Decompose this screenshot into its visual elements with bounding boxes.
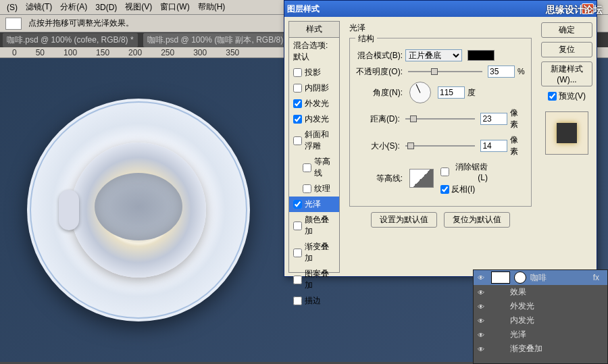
effect-row[interactable]: 效果 [474,285,607,299]
tool-preset-icon[interactable] [5,18,22,30]
style-texture[interactable]: 纹理 [289,181,339,197]
styles-list: 样式 混合选项:默认 投影 内阴影 外发光 内发光 斜面和浮雕 等高线 纹理 光… [288,21,340,273]
style-gradient-overlay[interactable]: 渐变叠加 [289,239,339,266]
menu-item[interactable]: 视图(V) [121,1,156,13]
checkbox[interactable] [293,68,302,77]
opacity-slider[interactable] [408,67,482,76]
artwork-cup [71,142,206,278]
panel-title: 光泽 [349,22,532,34]
menu-item[interactable]: (S) [3,3,22,12]
reset-default-button[interactable]: 复位为默认值 [444,212,510,228]
layer-mask-icon[interactable] [514,271,526,284]
blend-mode-label: 混合模式(B): [355,50,403,61]
style-stroke[interactable]: 描边 [289,293,339,309]
size-label: 大小(S): [355,140,400,152]
visibility-icon[interactable] [478,344,487,354]
style-settings: 光泽 结构 混合模式(B): 正片叠底 不透明度(O): % 角度(N): [344,17,537,277]
visibility-icon[interactable] [478,273,487,282]
contour-picker[interactable] [409,169,434,188]
layer-style-dialog: 图层样式 × 样式 混合选项:默认 投影 内阴影 外发光 内发光 斜面和浮雕 等… [284,0,597,277]
style-contour[interactable]: 等高线 [289,154,339,181]
checkbox[interactable] [303,163,311,172]
angle-input[interactable] [438,86,465,99]
layer-thumb[interactable] [491,271,510,284]
options-hint: 点按并拖移可调整光泽效果。 [28,18,134,29]
unit: 像素 [510,134,526,157]
style-blending-options[interactable]: 混合选项:默认 [289,38,339,65]
unit: 像素 [510,107,526,130]
opacity-input[interactable] [488,66,515,78]
checkbox[interactable] [293,249,302,257]
checkbox[interactable] [293,136,302,145]
menu-item[interactable]: 窗口(W) [156,1,193,13]
style-drop-shadow[interactable]: 投影 [289,65,339,80]
unit: 度 [467,87,476,99]
checkbox[interactable] [293,99,302,108]
artwork-handle [59,190,79,230]
layer-name[interactable]: 咖啡 [530,272,547,284]
artwork-saucer [27,99,250,321]
layers-panel: 咖啡 fx 效果 外发光 内发光 光泽 渐变叠加 [473,269,608,364]
structure-group: 结构 混合模式(B): 正片叠底 不透明度(O): % 角度(N): 度 [349,38,532,207]
new-style-button[interactable]: 新建样式(W)... [541,61,592,86]
make-default-button[interactable]: 设置为默认值 [371,212,437,228]
dialog-title: 图层样式 [287,3,320,15]
angle-dial[interactable] [409,82,431,103]
styles-header[interactable]: 样式 [289,22,339,38]
menu-item[interactable]: 帮助(H) [194,1,230,13]
visibility-icon[interactable] [478,288,487,297]
checkbox[interactable] [293,115,302,124]
visibility-icon[interactable] [478,316,487,326]
distance-slider[interactable] [405,114,476,124]
dialog-right-column: 确定 复位 新建样式(W)... 预览(V) [537,17,597,277]
cancel-button[interactable]: 复位 [541,42,592,57]
style-inner-shadow[interactable]: 内阴影 [289,80,339,96]
blend-mode-select[interactable]: 正片叠底 [405,49,462,61]
checkbox[interactable] [293,296,302,305]
antialias-checkbox[interactable]: 消除锯齿(L) [440,161,488,182]
document-tab[interactable]: 咖啡.psd @ 100% (cofee, RGB/8) * [3,33,138,47]
style-color-overlay[interactable]: 颜色叠加 [289,212,339,239]
size-slider[interactable] [405,141,476,151]
distance-label: 距离(D): [355,113,400,125]
checkbox[interactable] [293,84,302,93]
size-input[interactable] [480,140,507,152]
opacity-label: 不透明度(O): [355,66,403,78]
angle-label: 角度(N): [355,87,403,99]
checkbox[interactable] [293,200,302,209]
style-bevel[interactable]: 斜面和浮雕 [289,127,339,154]
contour-label: 等高线: [355,173,403,184]
menu-item[interactable]: 滤镜(T) [22,1,56,13]
unit: % [517,67,525,76]
preview-swatch [545,111,588,155]
effect-row[interactable]: 渐变叠加 [474,342,607,356]
visibility-icon[interactable] [478,302,487,311]
effect-row[interactable]: 光泽 [474,328,607,342]
fx-badge[interactable]: fx [593,273,599,282]
style-outer-glow[interactable]: 外发光 [289,96,339,111]
ok-button[interactable]: 确定 [541,22,592,38]
effect-row[interactable]: 内发光 [474,313,607,328]
distance-input[interactable] [480,113,507,125]
invert-checkbox[interactable]: 反相(I) [440,184,488,195]
style-satin[interactable]: 光泽 [289,197,339,212]
document-tab[interactable]: 咖啡.psd @ 100% (咖啡 副本, RGB/8) * [143,33,293,47]
checkbox[interactable] [293,276,302,284]
style-inner-glow[interactable]: 内发光 [289,111,339,127]
preview-checkbox[interactable]: 预览(V) [548,90,586,102]
menu-item[interactable]: 分析(A) [56,1,91,13]
effect-row[interactable]: 外发光 [474,299,607,313]
checkbox[interactable] [293,222,302,230]
color-swatch[interactable] [467,50,495,61]
checkbox[interactable] [303,184,311,193]
menu-item[interactable]: 3D(D) [91,3,121,12]
watermark: 思缘设计论坛 [546,4,603,16]
style-pattern-overlay[interactable]: 图案叠加 [289,266,339,293]
layer-row[interactable]: 咖啡 fx [474,270,607,285]
group-legend: 结构 [355,33,377,45]
visibility-icon[interactable] [478,330,487,340]
